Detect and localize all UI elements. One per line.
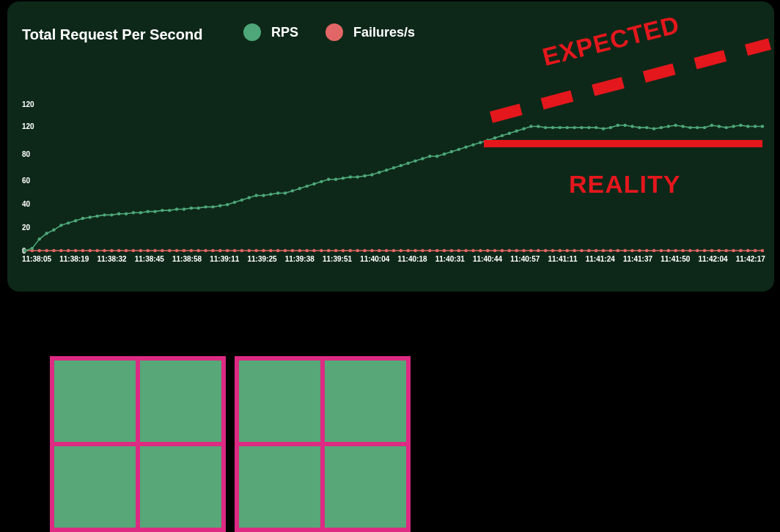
data-point bbox=[218, 249, 221, 252]
data-point bbox=[559, 126, 562, 129]
data-point bbox=[349, 175, 352, 178]
data-point bbox=[732, 249, 735, 252]
data-point bbox=[334, 178, 337, 181]
data-point bbox=[284, 249, 287, 252]
data-point bbox=[52, 229, 55, 232]
data-point bbox=[211, 249, 214, 252]
data-point bbox=[197, 207, 200, 210]
server-core bbox=[140, 361, 221, 442]
data-point bbox=[479, 249, 482, 252]
data-point bbox=[103, 213, 106, 216]
data-point bbox=[587, 126, 590, 129]
data-point bbox=[67, 249, 70, 252]
data-point bbox=[435, 155, 438, 158]
data-point bbox=[508, 132, 511, 135]
data-point bbox=[703, 249, 706, 252]
chart-panel: Total Request Per Second RPS Failures/s … bbox=[7, 1, 774, 292]
data-point bbox=[602, 127, 605, 130]
x-tick: 11:38:58 bbox=[172, 255, 202, 265]
data-point bbox=[233, 249, 236, 252]
data-point bbox=[537, 249, 540, 252]
data-point bbox=[125, 249, 128, 252]
data-point bbox=[168, 209, 171, 212]
data-point bbox=[638, 249, 641, 252]
data-point bbox=[233, 201, 236, 204]
data-point bbox=[559, 249, 562, 252]
data-point bbox=[89, 215, 92, 218]
server-core bbox=[239, 361, 320, 442]
data-point bbox=[370, 173, 373, 176]
data-point bbox=[667, 125, 670, 128]
data-point bbox=[746, 125, 749, 128]
x-tick: 11:40:04 bbox=[360, 255, 389, 265]
server-core bbox=[140, 446, 221, 528]
data-point bbox=[580, 126, 583, 129]
data-point bbox=[168, 249, 171, 252]
data-point bbox=[356, 175, 358, 178]
data-point bbox=[595, 249, 597, 252]
x-tick: 11:41:24 bbox=[586, 255, 615, 265]
data-point bbox=[385, 169, 388, 171]
data-point bbox=[501, 134, 504, 137]
x-tick: 11:39:51 bbox=[323, 255, 352, 265]
x-axis: 11:38:0511:38:1911:38:3211:38:4511:38:58… bbox=[22, 255, 765, 265]
legend-failures: Failures/s bbox=[325, 23, 415, 41]
data-point bbox=[710, 124, 713, 127]
data-point bbox=[74, 249, 77, 252]
data-point bbox=[81, 217, 84, 220]
data-point bbox=[660, 249, 663, 252]
data-point bbox=[327, 178, 330, 181]
data-point bbox=[413, 249, 416, 252]
data-point bbox=[450, 249, 453, 252]
x-tick: 11:41:50 bbox=[661, 255, 690, 265]
data-point bbox=[652, 249, 655, 252]
data-point bbox=[392, 166, 395, 169]
data-point bbox=[617, 249, 619, 252]
server-core bbox=[325, 361, 406, 442]
data-point bbox=[718, 125, 721, 128]
data-point bbox=[327, 249, 330, 252]
data-point bbox=[529, 125, 532, 128]
data-point bbox=[284, 191, 287, 194]
data-point bbox=[508, 249, 511, 252]
data-point bbox=[609, 126, 612, 129]
data-point bbox=[276, 191, 279, 194]
data-point bbox=[464, 249, 467, 252]
data-point bbox=[81, 249, 84, 252]
data-point bbox=[515, 249, 518, 252]
data-point bbox=[471, 249, 474, 252]
data-point bbox=[471, 143, 474, 146]
data-point bbox=[645, 249, 648, 252]
data-point bbox=[117, 249, 120, 252]
data-point bbox=[254, 249, 257, 252]
data-point bbox=[623, 249, 626, 252]
data-point bbox=[204, 249, 207, 252]
data-point bbox=[421, 249, 424, 252]
data-point bbox=[132, 249, 135, 252]
data-point bbox=[190, 249, 193, 252]
data-point bbox=[95, 215, 98, 218]
data-point bbox=[161, 209, 163, 212]
data-point bbox=[139, 211, 142, 214]
data-point bbox=[681, 125, 684, 128]
data-point bbox=[363, 174, 366, 177]
data-point bbox=[378, 171, 380, 174]
data-point bbox=[413, 159, 416, 162]
data-point bbox=[529, 249, 532, 252]
x-tick: 11:40:44 bbox=[473, 255, 502, 265]
x-tick: 11:38:45 bbox=[135, 255, 164, 265]
data-point bbox=[739, 249, 742, 252]
server-core bbox=[239, 446, 320, 528]
data-point bbox=[609, 249, 612, 252]
data-point bbox=[153, 249, 156, 252]
data-point bbox=[45, 232, 48, 234]
data-point bbox=[211, 205, 214, 208]
data-point bbox=[544, 249, 547, 252]
data-point bbox=[703, 126, 706, 129]
x-tick: 11:41:11 bbox=[548, 255, 578, 265]
data-point bbox=[305, 185, 308, 188]
data-point bbox=[320, 249, 323, 252]
data-point bbox=[718, 249, 721, 252]
x-tick: 11:41:37 bbox=[623, 255, 652, 265]
data-point bbox=[240, 199, 243, 202]
